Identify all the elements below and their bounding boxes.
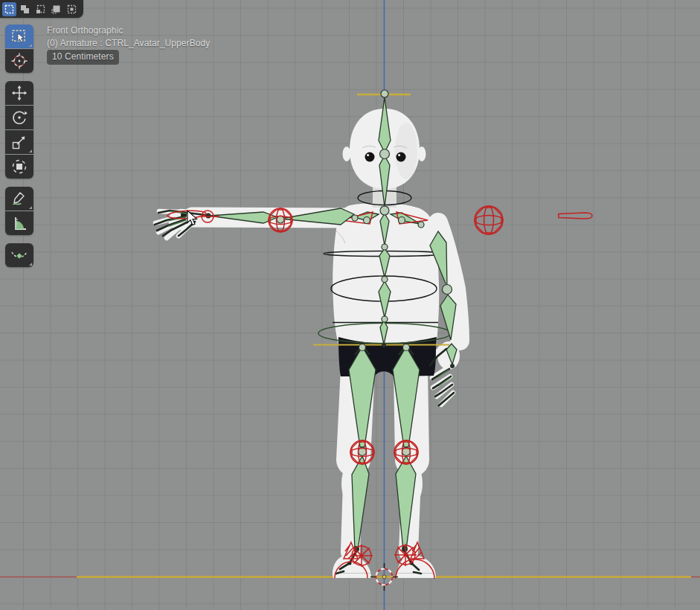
transform-tool[interactable] — [5, 155, 33, 179]
right-eye — [396, 152, 406, 162]
annotate-tool[interactable] — [5, 187, 33, 211]
right-eye-glint — [398, 154, 400, 156]
right-hand-tip-joint[interactable] — [450, 364, 455, 368]
move-tool-icon — [11, 85, 28, 101]
face-shade — [395, 123, 417, 179]
tool-group-annotate — [5, 187, 33, 235]
subtool-indicator — [29, 150, 32, 152]
select-mode-bar — [0, 0, 83, 18]
head-top-joint[interactable] — [381, 90, 388, 97]
subtool-indicator — [29, 44, 32, 47]
measure-tool[interactable] — [5, 211, 33, 235]
transform-tool-icon — [11, 158, 28, 175]
scale-tool[interactable] — [5, 130, 33, 154]
view-label: Front Orthographic — [47, 25, 210, 37]
breakdowner-curve-tool-icon — [10, 248, 28, 262]
select-subtract-icon — [36, 4, 45, 14]
tool-group-transform — [5, 81, 33, 179]
right-shoulder-joint[interactable] — [418, 222, 424, 228]
spine-joint[interactable] — [382, 277, 388, 283]
select-set-icon — [4, 4, 14, 14]
tool-group-pose — [5, 243, 33, 267]
left-eye-glint — [367, 154, 369, 156]
viewport-overlay-text: Front Orthographic (0) Armature : CTRL_A… — [47, 25, 210, 65]
floating-blade-control[interactable] — [559, 213, 592, 219]
object-label: (0) Armature : CTRL_Avatar_UpperBody — [47, 37, 210, 50]
cursor-tool-icon — [11, 53, 28, 69]
select-extend-button[interactable] — [18, 2, 32, 16]
left-clavicle-joint[interactable] — [364, 217, 370, 224]
left-hip-joint[interactable] — [359, 344, 366, 351]
select-set-button[interactable] — [2, 2, 16, 16]
head-mid-joint[interactable] — [380, 150, 390, 159]
right-hip-joint[interactable] — [403, 344, 410, 351]
select-box-tool[interactable] — [5, 25, 33, 48]
left-elbow-joint[interactable] — [277, 216, 284, 223]
cursor-tool[interactable] — [5, 49, 33, 73]
pelvis-tail-joint[interactable] — [382, 343, 386, 347]
move-tool[interactable] — [5, 81, 33, 105]
scene-canvas[interactable] — [0, 0, 700, 610]
right-clavicle-joint[interactable] — [399, 217, 405, 224]
select-intersect-icon — [67, 4, 77, 14]
tool-group-select — [5, 25, 33, 73]
left-shoulder-joint[interactable] — [352, 215, 358, 221]
select-box-tool-icon — [11, 29, 28, 44]
select-extend-icon — [20, 4, 30, 14]
rotate-tool[interactable] — [5, 106, 33, 129]
left-foot-wheel-control[interactable] — [350, 545, 373, 567]
chest-joint[interactable] — [382, 244, 388, 250]
cursor-3d[interactable] — [370, 563, 398, 591]
right-elbow-joint[interactable] — [443, 285, 452, 295]
grid-scale-badge: 10 Centimeters — [47, 50, 119, 65]
select-subtract-button[interactable] — [33, 2, 48, 16]
subtool-indicator — [29, 206, 32, 209]
viewport-3d[interactable]: Front Orthographic (0) Armature : CTRL_A… — [0, 0, 700, 610]
toolbar — [5, 25, 33, 267]
breakdowner-curve-tool[interactable] — [5, 243, 33, 267]
select-invert-icon — [51, 4, 61, 14]
left-eye — [365, 152, 375, 162]
scale-tool-icon — [11, 134, 28, 150]
select-invert-button[interactable] — [49, 2, 63, 16]
left-ear — [343, 147, 351, 161]
measure-tool-icon — [11, 215, 28, 231]
head-bone-upper[interactable] — [379, 97, 391, 152]
subtool-indicator — [29, 263, 32, 266]
pelvis-joint[interactable] — [382, 316, 388, 322]
right-foot-wheel-control[interactable] — [394, 544, 417, 566]
annotate-tool-icon — [11, 190, 28, 207]
character-mesh[interactable] — [155, 109, 460, 578]
floating-wire-sphere[interactable] — [475, 206, 503, 234]
select-intersect-button[interactable] — [65, 2, 79, 16]
neck-base-joint[interactable] — [380, 206, 389, 215]
rotate-tool-icon — [11, 109, 28, 126]
